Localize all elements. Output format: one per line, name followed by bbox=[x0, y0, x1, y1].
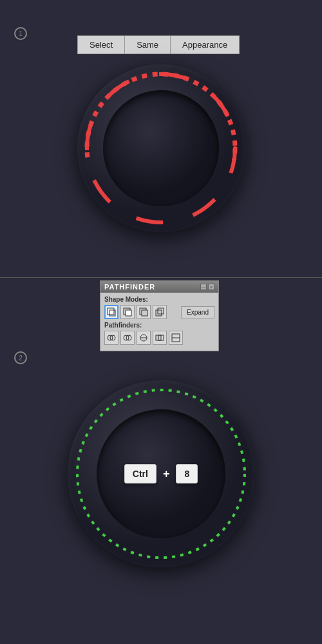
pathfinder-2[interactable] bbox=[120, 331, 135, 345]
svg-rect-7 bbox=[126, 310, 131, 316]
pathfinders-label: Pathfinders: bbox=[104, 322, 214, 329]
step-2-number: 2 bbox=[19, 355, 23, 362]
pathfinder-1[interactable] bbox=[104, 331, 118, 345]
knob-inner-bottom: Ctrl + 8 bbox=[97, 409, 225, 538]
shape-mode-1[interactable] bbox=[104, 305, 118, 319]
svg-rect-10 bbox=[156, 310, 162, 316]
section-divider bbox=[0, 277, 322, 278]
shape-modes-label: Shape Modes: bbox=[104, 296, 214, 303]
shape-modes-row: Expand bbox=[104, 305, 214, 319]
menu-item-same[interactable]: Same bbox=[125, 36, 171, 54]
knob-outer-top bbox=[77, 64, 245, 232]
pathfinder-body: Shape Modes: Expand Pathfinders: bbox=[100, 293, 218, 351]
number-key: 8 bbox=[176, 464, 198, 483]
pathfinder-title: PATHFINDER bbox=[104, 283, 155, 291]
expand-button[interactable]: Expand bbox=[181, 306, 214, 318]
pathfinder-titlebar: PATHFINDER — × bbox=[100, 281, 218, 293]
knob-bottom: Ctrl + 8 bbox=[68, 380, 254, 567]
step-1-indicator: 1 bbox=[14, 27, 27, 40]
close-btn[interactable]: × bbox=[208, 284, 214, 290]
pathfinder-panel: PATHFINDER — × Shape Modes: Expand Pathf… bbox=[100, 280, 219, 351]
knob-outer-bottom: Ctrl + 8 bbox=[68, 380, 254, 567]
menu-bar: Select Same Appearance bbox=[77, 35, 240, 54]
plus-sign: + bbox=[163, 467, 170, 481]
knob-inner-top bbox=[103, 90, 219, 206]
pathfinder-4[interactable] bbox=[153, 331, 167, 345]
shape-mode-4[interactable] bbox=[153, 305, 167, 319]
step-2-indicator: 2 bbox=[14, 351, 27, 364]
pathfinder-5[interactable] bbox=[169, 331, 183, 345]
menu-item-select[interactable]: Select bbox=[78, 36, 125, 54]
pathfinders-row bbox=[104, 331, 214, 345]
shape-mode-2[interactable] bbox=[120, 305, 135, 319]
svg-rect-9 bbox=[142, 310, 147, 316]
ctrl-key: Ctrl bbox=[124, 464, 156, 483]
shape-mode-3[interactable] bbox=[137, 305, 151, 319]
knob-top bbox=[77, 64, 245, 232]
menu-item-appearance[interactable]: Appearance bbox=[171, 36, 239, 54]
step-1-number: 1 bbox=[19, 30, 23, 37]
collapse-btn[interactable]: — bbox=[200, 284, 207, 290]
svg-rect-4 bbox=[108, 308, 114, 315]
titlebar-controls: — × bbox=[200, 284, 214, 290]
pathfinder-3[interactable] bbox=[137, 331, 151, 345]
